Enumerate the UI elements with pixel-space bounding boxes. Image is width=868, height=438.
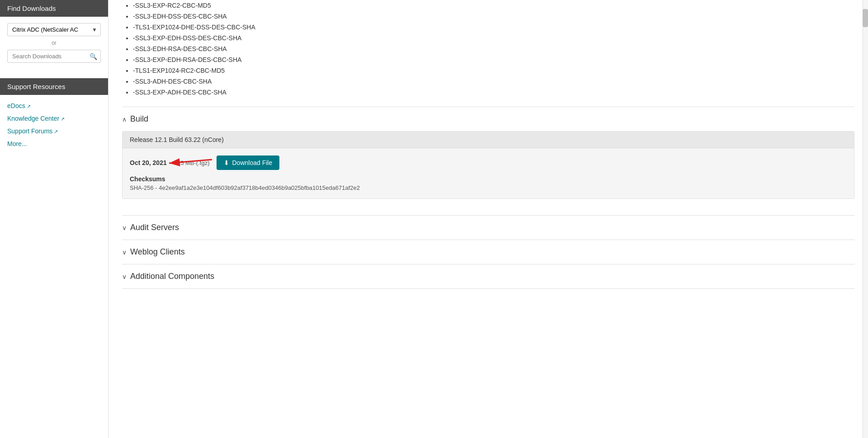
build-card-body: Oct 20, 2021 715 MB-(.tgz) (123, 148, 854, 198)
build-section: ∧ Build Release 12.1 Build 63.22 (nCore)… (122, 107, 854, 216)
external-link-icon-kc: ↗ (61, 116, 65, 122)
red-arrow-annotation (162, 151, 217, 174)
product-dropdown[interactable]: Citrix ADC (NetScaler AC (7, 23, 101, 36)
weblog-clients-header[interactable]: ∨ Weblog Clients (122, 240, 854, 264)
edocs-label: eDocs (7, 102, 25, 109)
chevron-down-icon-audit: ∨ (122, 224, 127, 231)
chevron-down-icon-weblog: ∨ (122, 249, 127, 256)
support-forums-label: Support Forums (7, 127, 52, 135)
external-link-icon-sf: ↗ (54, 129, 58, 134)
chevron-down-icon-additional: ∨ (122, 273, 127, 280)
knowledge-center-label: Knowledge Center (7, 115, 59, 122)
build-section-label: Build (130, 114, 148, 124)
list-item: -SSL3-EXP-RC2-CBC-MD5 (133, 0, 854, 11)
scrollbar-track (863, 0, 868, 438)
build-section-header[interactable]: ∧ Build (122, 107, 854, 131)
svg-line-1 (169, 160, 212, 163)
checksums-value: SHA-256 - 4e2ee9af1a2e3e104df603b92af371… (130, 184, 847, 191)
audit-servers-header[interactable]: ∨ Audit Servers (122, 216, 854, 240)
search-button[interactable]: 🔍 (90, 53, 97, 60)
main-content: -SSL3-EXP-RC2-CBC-MD5 -SSL3-EDH-DSS-DES-… (108, 0, 868, 438)
search-input[interactable] (7, 50, 101, 63)
search-icon: 🔍 (90, 53, 97, 60)
more-label: More... (7, 140, 27, 147)
search-wrapper: 🔍 (7, 50, 101, 63)
support-resources-header: Support Resources (0, 78, 108, 95)
build-meta: Oct 20, 2021 715 MB-(.tgz) (130, 155, 847, 170)
list-item: -SSL3-ADH-DES-CBC-SHA (133, 76, 854, 87)
build-card-header: Release 12.1 Build 63.22 (nCore) (123, 132, 854, 148)
additional-components-section: ∨ Additional Components (122, 264, 854, 289)
chevron-up-icon: ∧ (122, 116, 127, 123)
build-section-content: Release 12.1 Build 63.22 (nCore) Oct 20,… (122, 131, 854, 215)
download-file-label: Download File (232, 159, 272, 166)
sidebar-item-knowledge-center[interactable]: Knowledge Center↗ (7, 112, 101, 125)
find-downloads-header: Find Downloads (0, 0, 108, 17)
weblog-clients-section: ∨ Weblog Clients (122, 240, 854, 264)
sidebar-item-edocs[interactable]: eDocs↗ (7, 99, 101, 112)
list-item: -SSL3-EXP-EDH-RSA-DES-CBC-SHA (133, 54, 854, 65)
sidebar-item-more[interactable]: More... (7, 137, 101, 150)
ssl-list: -SSL3-EXP-RC2-CBC-MD5 -SSL3-EDH-DSS-DES-… (122, 0, 854, 98)
list-item: -TLS1-EXP1024-DHE-DSS-DES-CBC-SHA (133, 22, 854, 33)
list-item: -SSL3-EXP-EDH-DSS-DES-CBC-SHA (133, 33, 854, 43)
download-btn-wrapper: ⬇ Download File (217, 155, 279, 170)
product-dropdown-wrapper: Citrix ADC (NetScaler AC ▼ (7, 23, 101, 36)
list-item: -SSL3-EDH-RSA-DES-CBC-SHA (133, 43, 854, 54)
support-resources-body: eDocs↗ Knowledge Center↗ Support Forums↗… (0, 95, 108, 155)
weblog-clients-label: Weblog Clients (130, 247, 185, 257)
checksums-label: Checksums (130, 175, 847, 183)
download-file-button[interactable]: ⬇ Download File (217, 155, 279, 170)
or-divider: or (7, 40, 101, 46)
list-item: -SSL3-EDH-DSS-DES-CBC-SHA (133, 11, 854, 22)
sidebar-item-support-forums[interactable]: Support Forums↗ (7, 125, 101, 137)
external-link-icon-edocs: ↗ (27, 104, 31, 109)
find-downloads-body: Citrix ADC (NetScaler AC ▼ or 🔍 (0, 17, 108, 69)
sidebar: Find Downloads Citrix ADC (NetScaler AC … (0, 0, 108, 438)
audit-servers-section: ∨ Audit Servers (122, 216, 854, 240)
build-card: Release 12.1 Build 63.22 (nCore) Oct 20,… (122, 131, 854, 199)
checksums-section: Checksums SHA-256 - 4e2ee9af1a2e3e104df6… (130, 175, 847, 191)
build-date: Oct 20, 2021 (130, 159, 167, 166)
list-item: -SSL3-EXP-ADH-DES-CBC-SHA (133, 87, 854, 98)
additional-components-header[interactable]: ∨ Additional Components (122, 264, 854, 288)
audit-servers-label: Audit Servers (130, 223, 179, 232)
additional-components-label: Additional Components (130, 272, 214, 281)
scrollbar-thumb[interactable] (863, 9, 868, 27)
list-item: -TLS1-EXP1024-RC2-CBC-MD5 (133, 65, 854, 76)
download-icon: ⬇ (224, 159, 229, 166)
